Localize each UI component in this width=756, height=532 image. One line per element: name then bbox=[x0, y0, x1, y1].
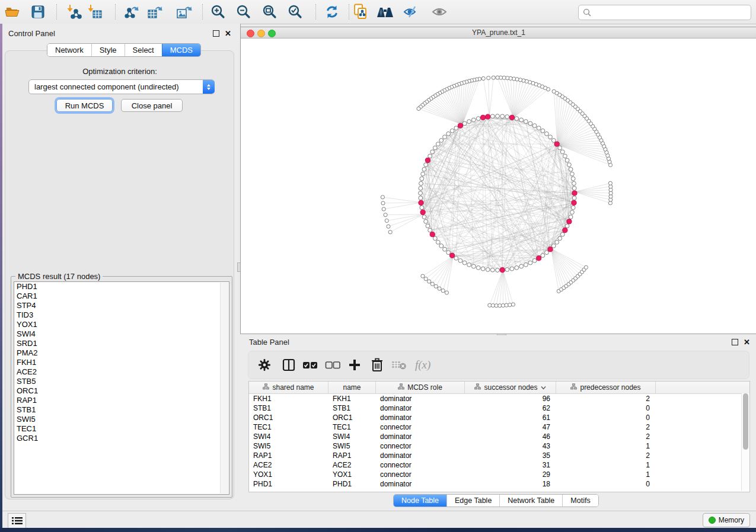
column-label: successor nodes bbox=[484, 383, 537, 392]
search-input[interactable] bbox=[594, 6, 751, 19]
zoom-selected-icon[interactable] bbox=[286, 3, 304, 21]
column-header-name[interactable]: name bbox=[328, 382, 376, 393]
delete-table-icon[interactable] bbox=[390, 356, 408, 374]
export-table-icon[interactable] bbox=[146, 3, 164, 21]
network-canvas[interactable] bbox=[241, 39, 756, 334]
float-panel-icon[interactable] bbox=[732, 339, 738, 345]
tab-mcds[interactable]: MCDS bbox=[162, 44, 200, 56]
table-settings-icon[interactable] bbox=[256, 356, 273, 374]
network-window-titlebar[interactable]: YPA_prune.txt_1 bbox=[241, 27, 756, 39]
show-graphics-details-icon[interactable] bbox=[430, 3, 448, 21]
run-mcds-button[interactable]: Run MCDS bbox=[56, 99, 113, 112]
table-row[interactable]: ACE2ACE2connector311 bbox=[249, 460, 749, 470]
scrollbar-thumb[interactable] bbox=[743, 393, 748, 450]
import-table-icon[interactable] bbox=[86, 3, 104, 21]
cell-successor-nodes: 96 bbox=[465, 394, 556, 403]
mcds-result-item[interactable]: SWI4 bbox=[14, 329, 229, 339]
mcds-result-item[interactable]: STP4 bbox=[14, 301, 229, 310]
cell-name: PHD1 bbox=[328, 479, 376, 489]
refresh-icon[interactable] bbox=[323, 3, 341, 21]
table-row[interactable]: SWI5SWI5connector431 bbox=[249, 441, 749, 451]
cell-predecessor-nodes: 0 bbox=[556, 479, 656, 489]
table-row[interactable]: TEC1TEC1connector472 bbox=[249, 422, 749, 432]
table-scrollbar[interactable] bbox=[741, 393, 749, 491]
column-header-shared-name[interactable]: shared name bbox=[249, 382, 328, 393]
mcds-result-item[interactable]: CAR1 bbox=[14, 291, 229, 301]
mcds-result-item[interactable]: PMA2 bbox=[14, 348, 229, 358]
status-bar: Memory bbox=[2, 511, 756, 528]
column-header-successor-nodes[interactable]: successor nodes bbox=[465, 382, 556, 393]
cell-shared-name: FKH1 bbox=[249, 394, 328, 403]
hide-graphics-details-icon[interactable] bbox=[403, 3, 420, 21]
table-row[interactable]: STB1STB1dominator620 bbox=[249, 403, 749, 413]
mcds-result-item[interactable]: SWI5 bbox=[14, 415, 229, 424]
cell-predecessor-nodes: 2 bbox=[556, 451, 656, 460]
function-builder-icon[interactable]: f(x) bbox=[413, 356, 436, 374]
cell-MCDS-role: dominator bbox=[376, 432, 465, 441]
zoom-out-icon[interactable] bbox=[235, 3, 253, 21]
mcds-result-item[interactable]: ORC1 bbox=[14, 386, 229, 396]
close-panel-icon[interactable]: ✕ bbox=[744, 339, 750, 345]
export-image-icon[interactable] bbox=[176, 3, 193, 21]
mcds-result-item[interactable]: STB1 bbox=[14, 405, 229, 415]
tab-network-table[interactable]: Network Table bbox=[499, 495, 562, 507]
table-row[interactable]: ORC1ORC1dominator610 bbox=[249, 413, 749, 422]
mcds-result-item[interactable]: YOX1 bbox=[14, 320, 229, 329]
table-row[interactable]: SWI4SWI4dominator462 bbox=[249, 432, 749, 441]
mcds-result-item[interactable]: TID3 bbox=[14, 310, 229, 320]
tab-motifs[interactable]: Motifs bbox=[562, 495, 598, 507]
zoom-in-icon[interactable] bbox=[209, 3, 227, 21]
mcds-result-item[interactable]: PHD1 bbox=[14, 282, 229, 291]
tab-node-table[interactable]: Node Table bbox=[394, 495, 446, 507]
memory-button[interactable]: Memory bbox=[703, 513, 750, 527]
zoom-fit-icon[interactable] bbox=[261, 3, 279, 21]
show-column-panel-icon[interactable] bbox=[280, 356, 298, 374]
criterion-dropdown[interactable]: largest connected component (undirected) bbox=[28, 79, 215, 94]
add-column-icon[interactable] bbox=[346, 356, 363, 374]
tab-edge-table[interactable]: Edge Table bbox=[446, 495, 499, 507]
select-all-columns-icon[interactable] bbox=[301, 356, 319, 374]
binoculars-icon[interactable] bbox=[377, 3, 394, 21]
unselect-all-columns-icon[interactable] bbox=[324, 356, 342, 374]
save-session-icon[interactable] bbox=[29, 3, 47, 21]
optimization-criterion-label: Optimization criterion: bbox=[2, 67, 237, 76]
cell-MCDS-role: dominator bbox=[376, 479, 465, 489]
float-panel-icon[interactable] bbox=[213, 30, 219, 37]
cell-MCDS-role: dominator bbox=[376, 403, 465, 413]
mcds-list-scrollbar[interactable] bbox=[220, 283, 228, 493]
mcds-result-item[interactable]: FKH1 bbox=[14, 358, 229, 367]
tab-select[interactable]: Select bbox=[125, 44, 162, 56]
mcds-result-item[interactable]: STB5 bbox=[14, 377, 229, 386]
network-view-window: YPA_prune.txt_1 bbox=[240, 27, 756, 334]
tab-network[interactable]: Network bbox=[47, 44, 91, 56]
cell-shared-name: SWI4 bbox=[249, 432, 328, 441]
table-row[interactable]: PHD1PHD1dominator180 bbox=[249, 479, 749, 489]
column-type-icon bbox=[263, 383, 269, 392]
close-panel-button[interactable]: Close panel bbox=[121, 99, 183, 112]
toolbar-separator bbox=[56, 4, 57, 20]
application-window: Control Panel ✕ NetworkStyleSelectMCDS O… bbox=[0, 0, 756, 532]
table-row[interactable]: YOX1YOX1connector291 bbox=[249, 470, 749, 479]
cell-MCDS-role: connector bbox=[376, 470, 465, 479]
table-row[interactable]: RAP1RAP1dominator352 bbox=[249, 451, 749, 460]
table-row[interactable]: FKH1FKH1dominator962 bbox=[249, 394, 749, 403]
mcds-result-item[interactable]: GCR1 bbox=[14, 434, 229, 443]
tab-style[interactable]: Style bbox=[91, 44, 125, 56]
task-history-button[interactable] bbox=[8, 513, 26, 528]
toolbar-separator bbox=[315, 4, 316, 20]
clone-network-icon[interactable] bbox=[352, 3, 369, 21]
column-header-predecessor-nodes[interactable]: predecessor nodes bbox=[556, 382, 656, 393]
mcds-result-item[interactable]: RAP1 bbox=[14, 396, 229, 405]
export-network-icon[interactable] bbox=[123, 3, 141, 21]
mcds-result-item[interactable]: SRD1 bbox=[14, 339, 229, 348]
mcds-result-item[interactable]: ACE2 bbox=[14, 367, 229, 377]
open-session-icon[interactable] bbox=[4, 3, 21, 21]
desktop-wallpaper bbox=[0, 528, 756, 532]
mcds-result-item[interactable]: TEC1 bbox=[14, 424, 229, 434]
cell-MCDS-role: dominator bbox=[376, 394, 465, 403]
delete-column-icon[interactable] bbox=[368, 356, 386, 374]
column-header-MCDS-role[interactable]: MCDS role bbox=[376, 382, 465, 393]
close-panel-icon[interactable]: ✕ bbox=[225, 31, 231, 36]
memory-status-icon bbox=[709, 517, 716, 524]
import-network-icon[interactable] bbox=[65, 3, 83, 21]
